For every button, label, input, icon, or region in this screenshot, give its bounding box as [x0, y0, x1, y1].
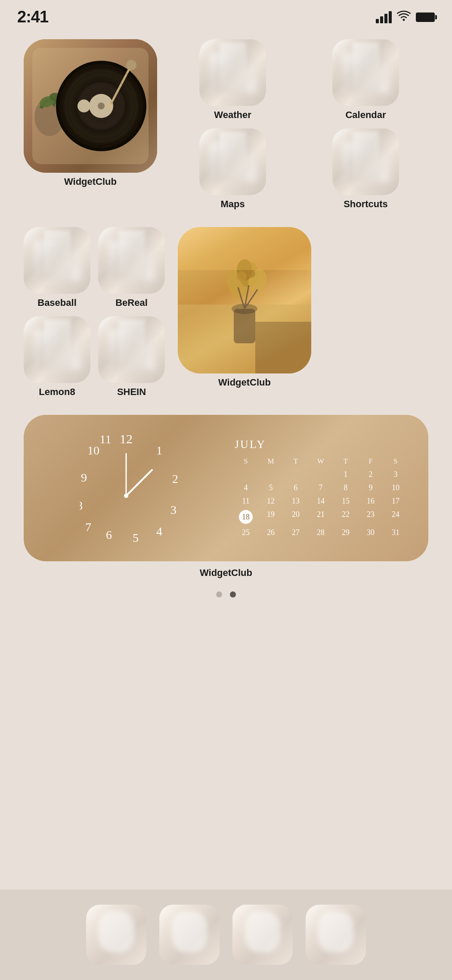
calendar-label: Calendar — [345, 109, 386, 121]
svg-text:10: 10 — [87, 444, 99, 457]
page-dots — [24, 591, 428, 597]
battery-icon — [416, 12, 435, 22]
svg-text:2: 2 — [172, 472, 178, 485]
dock-app-4[interactable] — [306, 905, 366, 965]
weather-label: Weather — [214, 109, 251, 121]
maps-label: Maps — [220, 199, 245, 210]
clock-widget: 12 1 2 3 4 5 6 7 8 9 10 11 — [45, 432, 217, 544]
widgetclub-label: WidgetClub — [24, 176, 157, 187]
svg-text:8: 8 — [80, 499, 83, 512]
svg-point-0 — [403, 19, 405, 21]
page-dot-1[interactable] — [216, 591, 222, 597]
svg-point-28 — [247, 269, 255, 278]
bereal-app[interactable]: BeReal — [98, 227, 165, 308]
svg-point-48 — [124, 494, 128, 498]
calendar-widget: JULY S M T W T F S 1 2 3 — [235, 438, 407, 538]
svg-text:5: 5 — [133, 531, 139, 544]
svg-point-27 — [236, 271, 247, 282]
app-row-1: WidgetClub Weather Calendar — [24, 39, 428, 210]
dock-app-1[interactable] — [86, 905, 146, 965]
lemon8-app[interactable]: Lemon8 — [24, 316, 90, 398]
bereal-label: BeReal — [115, 297, 148, 308]
widgetclub-large-right[interactable]: WidgetClub — [178, 227, 311, 388]
shortcuts-app[interactable]: Shortcuts — [303, 128, 428, 210]
svg-text:11: 11 — [100, 432, 111, 446]
signal-icon — [376, 11, 392, 23]
baseball-app[interactable]: Baseball — [24, 227, 90, 308]
app-row-2: Baseball BeReal Lemon8 — [24, 227, 428, 398]
small-app-grid: Weather Calendar Maps Shor — [170, 39, 428, 210]
dock-app-3[interactable] — [232, 905, 293, 965]
svg-point-14 — [107, 103, 112, 109]
shortcuts-label: Shortcuts — [344, 199, 388, 210]
dock-app-2[interactable] — [159, 905, 220, 965]
widget-label: WidgetClub — [24, 567, 428, 579]
today-highlight: 18 — [239, 510, 253, 524]
clock-calendar-widget[interactable]: 12 1 2 3 4 5 6 7 8 9 10 11 — [24, 415, 428, 579]
svg-text:1: 1 — [156, 444, 162, 457]
maps-app[interactable]: Maps — [170, 128, 295, 210]
svg-text:7: 7 — [85, 520, 91, 534]
widget-container: 12 1 2 3 4 5 6 7 8 9 10 11 — [24, 415, 428, 561]
status-bar: 2:41 — [0, 0, 452, 31]
weather-app[interactable]: Weather — [170, 39, 295, 121]
svg-text:3: 3 — [170, 503, 176, 516]
status-time: 2:41 — [17, 8, 48, 26]
svg-point-11 — [98, 103, 105, 109]
left-app-group: Baseball BeReal Lemon8 — [24, 227, 165, 398]
wifi-icon — [397, 10, 411, 24]
calendar-month: JULY — [235, 438, 407, 451]
shein-app[interactable]: SHEIN — [98, 316, 165, 398]
svg-line-46 — [126, 470, 152, 496]
svg-text:9: 9 — [81, 471, 87, 484]
calendar-grid: S M T W T F S 1 2 3 4 5 — [235, 456, 407, 538]
baseball-label: Baseball — [37, 297, 77, 308]
widgetclub-right-label: WidgetClub — [218, 377, 271, 388]
home-screen: WidgetClub Weather Calendar — [0, 31, 452, 597]
svg-text:4: 4 — [156, 525, 162, 538]
page-dot-2[interactable] — [230, 591, 236, 597]
shein-label: SHEIN — [117, 386, 146, 398]
svg-text:6: 6 — [106, 528, 112, 541]
lemon8-label: Lemon8 — [39, 386, 75, 398]
svg-rect-33 — [255, 322, 311, 373]
svg-rect-32 — [178, 227, 311, 270]
dock — [0, 890, 452, 980]
turntable-image — [24, 39, 157, 173]
svg-point-13 — [126, 60, 136, 70]
widgetclub-large-app[interactable]: WidgetClub — [24, 39, 157, 187]
svg-text:12: 12 — [120, 432, 133, 446]
calendar-app[interactable]: Calendar — [303, 39, 428, 121]
status-icons — [376, 10, 435, 24]
